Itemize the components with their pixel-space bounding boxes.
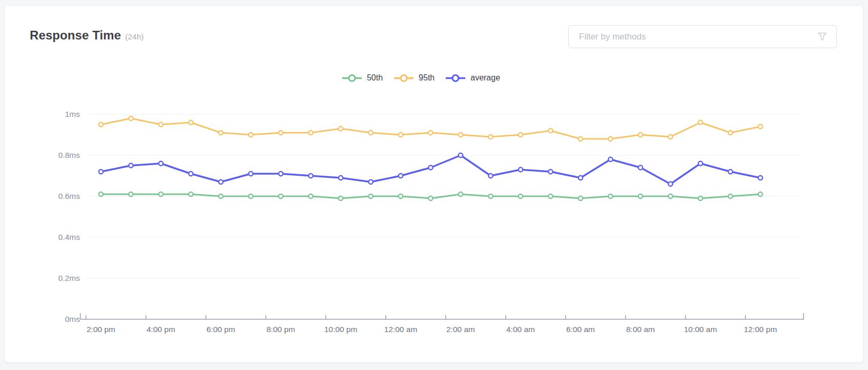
- data-point-50th[interactable]: [698, 196, 702, 200]
- data-point-average[interactable]: [698, 161, 702, 166]
- x-axis-label: 10:00 pm: [324, 325, 358, 334]
- page-title: Response Time: [30, 28, 121, 43]
- dashboard-page: Response Time (24h) 50th95thaverage 0ms0…: [0, 0, 868, 370]
- data-point-50th[interactable]: [728, 194, 732, 198]
- x-axis-label: 12:00 pm: [744, 325, 777, 334]
- y-axis-label: 0.8ms: [58, 151, 80, 159]
- data-point-95th[interactable]: [99, 122, 103, 127]
- data-point-50th[interactable]: [578, 196, 583, 200]
- data-point-95th[interactable]: [368, 131, 373, 135]
- data-point-95th[interactable]: [459, 133, 463, 137]
- data-point-50th[interactable]: [219, 194, 223, 198]
- data-point-average[interactable]: [189, 172, 193, 176]
- data-point-average[interactable]: [399, 174, 403, 178]
- data-point-50th[interactable]: [368, 194, 373, 198]
- data-point-95th[interactable]: [638, 133, 643, 137]
- data-point-50th[interactable]: [279, 194, 283, 198]
- y-axis-label: 1ms: [65, 110, 80, 118]
- data-point-50th[interactable]: [519, 194, 523, 198]
- data-point-50th[interactable]: [189, 192, 193, 196]
- data-point-95th[interactable]: [698, 120, 702, 125]
- x-axis-label: 10:00 am: [684, 325, 717, 334]
- data-point-50th[interactable]: [249, 194, 253, 198]
- response-time-card: Response Time (24h) 50th95thaverage 0ms0…: [4, 5, 864, 363]
- x-axis-label: 6:00 pm: [206, 325, 235, 334]
- data-point-95th[interactable]: [308, 131, 313, 135]
- data-point-95th[interactable]: [548, 129, 552, 133]
- data-point-50th[interactable]: [668, 194, 672, 198]
- data-point-95th[interactable]: [219, 131, 223, 135]
- data-point-50th[interactable]: [758, 192, 762, 196]
- data-point-average[interactable]: [368, 180, 373, 184]
- data-point-95th[interactable]: [159, 122, 163, 127]
- data-point-50th[interactable]: [159, 192, 163, 196]
- y-axis-label: 0.4ms: [58, 233, 80, 241]
- data-point-average[interactable]: [488, 174, 492, 178]
- response-time-chart[interactable]: 0ms0.2ms0.4ms0.6ms0.8ms1ms2:00 pm4:00 pm…: [5, 83, 863, 362]
- filter-methods-input[interactable]: [569, 26, 818, 48]
- data-point-95th[interactable]: [488, 135, 492, 139]
- data-point-50th[interactable]: [99, 192, 103, 196]
- title-period: (24h): [125, 32, 143, 42]
- data-point-average[interactable]: [339, 176, 343, 180]
- data-point-average[interactable]: [519, 168, 523, 172]
- data-point-average[interactable]: [668, 182, 672, 186]
- data-point-95th[interactable]: [129, 116, 133, 120]
- data-point-average[interactable]: [308, 174, 313, 178]
- data-point-average[interactable]: [249, 172, 253, 176]
- x-axis-label: 2:00 am: [446, 325, 475, 334]
- data-point-50th[interactable]: [548, 194, 552, 198]
- title-group: Response Time (24h): [30, 28, 143, 43]
- data-point-95th[interactable]: [189, 120, 193, 125]
- data-point-average[interactable]: [279, 172, 283, 176]
- legend-item-50th[interactable]: 50th: [342, 73, 383, 83]
- y-axis-label: 0.2ms: [58, 274, 80, 282]
- data-point-average[interactable]: [159, 161, 163, 166]
- data-point-average[interactable]: [758, 176, 762, 180]
- data-point-50th[interactable]: [638, 194, 643, 198]
- filter-funnel-icon: [818, 32, 836, 41]
- data-point-95th[interactable]: [279, 131, 283, 135]
- y-axis-label: 0.6ms: [58, 192, 80, 200]
- data-point-95th[interactable]: [578, 137, 583, 141]
- data-point-average[interactable]: [638, 166, 643, 170]
- data-point-95th[interactable]: [399, 133, 403, 137]
- x-axis-label: 6:00 am: [566, 325, 595, 334]
- legend-label: average: [470, 73, 500, 83]
- data-point-average[interactable]: [728, 170, 732, 174]
- legend-label: 50th: [367, 73, 383, 83]
- data-point-95th[interactable]: [758, 125, 762, 129]
- data-point-50th[interactable]: [399, 194, 403, 198]
- data-point-95th[interactable]: [728, 131, 732, 135]
- data-point-50th[interactable]: [339, 196, 343, 200]
- data-point-50th[interactable]: [428, 196, 432, 200]
- data-point-50th[interactable]: [129, 192, 133, 196]
- data-point-average[interactable]: [219, 180, 223, 184]
- data-point-95th[interactable]: [428, 131, 432, 135]
- data-point-average[interactable]: [578, 176, 583, 180]
- legend-item-95th[interactable]: 95th: [394, 73, 435, 83]
- x-axis-label: 12:00 am: [384, 325, 418, 334]
- data-point-50th[interactable]: [308, 194, 313, 198]
- data-point-average[interactable]: [129, 163, 133, 168]
- data-point-average[interactable]: [459, 153, 463, 157]
- data-point-50th[interactable]: [608, 194, 612, 198]
- data-point-50th[interactable]: [459, 192, 463, 196]
- data-point-95th[interactable]: [668, 135, 672, 139]
- x-axis-label: 4:00 am: [506, 325, 535, 334]
- legend-item-average[interactable]: average: [446, 73, 500, 83]
- data-point-95th[interactable]: [249, 133, 253, 137]
- data-point-95th[interactable]: [339, 127, 343, 131]
- data-point-50th[interactable]: [488, 194, 492, 198]
- data-point-average[interactable]: [608, 157, 612, 161]
- data-point-95th[interactable]: [519, 133, 523, 137]
- x-axis-label: 8:00 pm: [266, 325, 295, 334]
- data-point-average[interactable]: [99, 170, 103, 174]
- data-point-95th[interactable]: [608, 137, 612, 141]
- data-point-average[interactable]: [548, 170, 552, 174]
- x-axis-label: 4:00 pm: [147, 325, 175, 334]
- filter-methods-box: [568, 25, 837, 48]
- data-point-average[interactable]: [428, 166, 432, 170]
- x-axis-label: 2:00 pm: [87, 325, 115, 334]
- series-line-95th: [101, 118, 760, 139]
